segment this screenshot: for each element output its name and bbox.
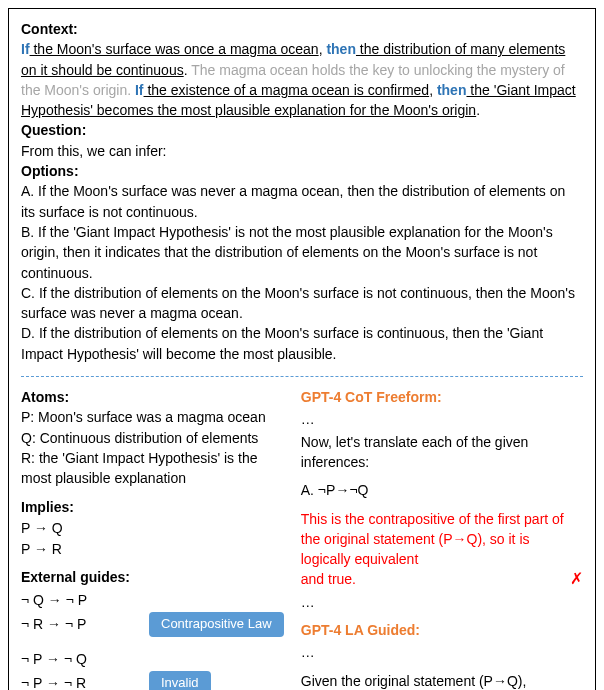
if-keyword-2: If [135, 82, 144, 98]
freeform-label: GPT-4 CoT Freeform: [301, 387, 583, 407]
freeform-line-1: Now, let's translate each of the given i… [301, 432, 583, 473]
atoms-label: Atoms: [21, 387, 291, 407]
g-line-a: Given the original statement (P→Q), acco… [301, 673, 527, 690]
guided-text: Given the original statement (P→Q), acco… [301, 671, 562, 690]
guide-2b: ¬ P → ¬ R [21, 673, 131, 690]
guided-label: GPT-4 LA Guided: [301, 620, 583, 640]
right-column: GPT-4 CoT Freeform: … Now, let's transla… [301, 387, 583, 690]
guide-row-4: ¬ P → ¬ R Invalid [21, 671, 291, 690]
option-c: C. If the distribution of elements on th… [21, 283, 583, 324]
context-text: If the Moon's surface was once a magma o… [21, 41, 576, 118]
option-d: D. If the distribution of elements on th… [21, 323, 583, 364]
atom-q: Q: Continuous distribution of elements [21, 428, 291, 448]
question-block: Question: From this, we can infer: [21, 120, 583, 161]
guide-row-1: ¬ Q → ¬ P [21, 590, 291, 610]
freeform-red-text: This is the contrapositive of the first … [301, 509, 564, 590]
atom-r: R: the 'Giant Impact Hypothesis' is the … [21, 448, 291, 489]
freeform-red-block: This is the contrapositive of the first … [301, 509, 583, 590]
atom-p: P: Moon's surface was a magma ocean [21, 407, 291, 427]
pill-contrapositive: Contrapositive Law [149, 612, 284, 637]
options-block: Options: A. If the Moon's surface was ne… [21, 161, 583, 364]
top-section: Context: If the Moon's surface was once … [21, 19, 583, 370]
ellipsis-2: … [301, 592, 583, 612]
then-keyword: then [326, 41, 356, 57]
figure-container: Context: If the Moon's surface was once … [8, 8, 596, 690]
bottom-columns: Atoms: P: Moon's surface was a magma oce… [21, 387, 583, 690]
context-block: Context: If the Moon's surface was once … [21, 19, 583, 120]
pill-invalid: Invalid [149, 671, 211, 690]
red-2: and true. [301, 571, 356, 587]
guide-row-2: ¬ R → ¬ P Contrapositive Law [21, 612, 291, 637]
spacer [21, 639, 291, 647]
implies-label: Implies: [21, 497, 291, 517]
option-b: B. If the 'Giant Impact Hypothesis' is n… [21, 222, 583, 283]
guides-label: External guides: [21, 567, 291, 587]
option-a: A. If the Moon's surface was never a mag… [21, 181, 583, 222]
cond2: the existence of a magma ocean is confir… [144, 82, 430, 98]
cond1: the Moon's surface was once a magma ocea… [30, 41, 319, 57]
guide-1b: ¬ R → ¬ P [21, 614, 131, 634]
then-keyword-2: then [437, 82, 467, 98]
freeform-line-2: A. ¬P→¬Q [301, 480, 583, 500]
ellipsis-3: … [301, 642, 583, 662]
red-1: This is the contrapositive of the first … [301, 511, 564, 568]
if-keyword: If [21, 41, 30, 57]
period2: . [476, 102, 480, 118]
options-label: Options: [21, 163, 79, 179]
question-text: From this, we can infer: [21, 143, 167, 159]
guide-1a: ¬ Q → ¬ P [21, 590, 131, 610]
imply-2: P → R [21, 539, 291, 559]
guided-block: Given the original statement (P→Q), acco… [301, 671, 583, 690]
cross-icon: ✗ [570, 567, 583, 590]
ellipsis-1: … [301, 409, 583, 429]
question-label: Question: [21, 122, 86, 138]
section-divider [21, 376, 583, 377]
left-column: Atoms: P: Moon's surface was a magma oce… [21, 387, 291, 690]
comma2: , [429, 82, 437, 98]
guide-2a: ¬ P → ¬ Q [21, 649, 131, 669]
guide-row-3: ¬ P → ¬ Q [21, 649, 291, 669]
context-label: Context: [21, 21, 78, 37]
imply-1: P → Q [21, 518, 291, 538]
